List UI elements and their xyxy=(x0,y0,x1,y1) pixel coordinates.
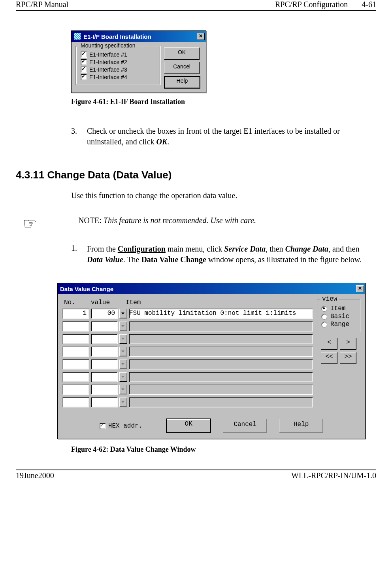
value-field[interactable] xyxy=(91,321,118,331)
no-field[interactable]: 1 xyxy=(62,309,89,319)
window-data-value-change: Data Value Change xyxy=(141,255,206,264)
nav-next-button[interactable]: > xyxy=(340,338,356,350)
menu-configuration: Configuration xyxy=(118,244,166,253)
no-field[interactable] xyxy=(62,334,89,344)
footer-right: WLL-RPC/RP-IN/UM-1.0 xyxy=(291,471,376,480)
radio-label: Basic xyxy=(330,313,349,320)
help-button[interactable]: Help xyxy=(164,76,200,89)
checkbox-row: E1-Interface #1 xyxy=(81,51,156,58)
value-field[interactable] xyxy=(91,372,118,382)
t: main menu, click xyxy=(166,244,224,253)
data-value-change-dialog: Data Value Change ✕ No. value Item 100FS… xyxy=(57,283,366,439)
note-body: This feature is not recommended. Use wit… xyxy=(104,216,256,225)
t: , and then xyxy=(328,244,359,253)
checkbox-label: E1-Interface #3 xyxy=(89,66,127,73)
dropdown-icon xyxy=(119,385,127,394)
checkbox-label: E1-Interface #2 xyxy=(89,59,127,65)
view-radio[interactable] xyxy=(321,314,327,320)
close-icon[interactable]: ✕ xyxy=(356,285,364,292)
dropdown-icon xyxy=(119,372,127,382)
radio-row: Item xyxy=(321,305,356,312)
t: , then xyxy=(266,244,285,253)
radio-label: Range xyxy=(330,321,349,328)
no-field[interactable] xyxy=(62,347,89,357)
cancel-button[interactable]: Cancel xyxy=(223,419,267,433)
header-right: RPC/RP Configuration 4-61 xyxy=(275,0,376,9)
note-label: NOTE: xyxy=(78,216,104,225)
table-row xyxy=(62,397,313,407)
no-field[interactable] xyxy=(62,384,89,395)
item-field xyxy=(129,384,313,395)
header-left: RPC/RP Manual xyxy=(16,0,68,9)
system-menu-icon[interactable] xyxy=(74,33,81,40)
nav-prev-button[interactable]: < xyxy=(321,338,337,350)
list-number: 3. xyxy=(71,126,79,147)
ok-button[interactable]: OK xyxy=(164,47,200,60)
nav-first-button[interactable]: << xyxy=(321,352,337,364)
value-field[interactable] xyxy=(91,334,118,344)
value-field[interactable] xyxy=(91,359,118,369)
figure-61-caption: Figure 4-61: E1-IF Board Installation xyxy=(71,98,376,106)
dropdown-icon xyxy=(119,347,127,356)
hex-addr-checkbox[interactable] xyxy=(100,423,106,429)
close-icon[interactable]: ✕ xyxy=(197,33,205,40)
no-field[interactable] xyxy=(62,321,89,331)
value-field[interactable]: 00 xyxy=(91,309,118,319)
e1-interface-checkbox[interactable] xyxy=(81,74,87,80)
value-field[interactable] xyxy=(91,384,118,395)
e1-interface-checkbox[interactable] xyxy=(81,66,87,73)
no-field[interactable] xyxy=(62,372,89,382)
figure-62-caption: Figure 4-62: Data Value Change Window xyxy=(71,445,376,454)
section-intro: Use this function to change the operatio… xyxy=(71,191,376,200)
item-field xyxy=(129,347,313,357)
radio-row: Basic xyxy=(321,313,356,320)
no-field[interactable] xyxy=(62,359,89,369)
note-text: NOTE: This feature is not recommended. U… xyxy=(78,216,256,225)
radio-label: Item xyxy=(330,305,345,312)
view-radio[interactable] xyxy=(321,322,327,328)
view-legend: view xyxy=(320,295,339,303)
dialog-title: Data Value Change xyxy=(60,286,113,292)
hex-addr-label: HEX addr. xyxy=(108,422,142,430)
section-4-3-11-title: 4.3.11 Change Data (Data Value) xyxy=(16,169,376,181)
col-header-item: Item xyxy=(126,299,313,306)
value-field[interactable] xyxy=(91,397,118,407)
header-page-num: 4-61 xyxy=(362,0,376,9)
item-field: FSU mobility limitation 0:not limit 1:li… xyxy=(129,309,313,319)
step3-ok: OK xyxy=(156,137,168,146)
view-group: view ItemBasicRange xyxy=(317,299,360,332)
ok-button[interactable]: OK xyxy=(166,418,211,433)
nav-last-button[interactable]: >> xyxy=(340,352,356,364)
mounting-spec-group: Mounting specification E1-Interface #1E1… xyxy=(75,46,161,85)
step3-text-a: Check or uncheck the boxes in front of t… xyxy=(87,127,340,146)
dialog-titlebar: E1-I/F Board Installation ✕ xyxy=(72,31,206,42)
footer-left: 19June2000 xyxy=(16,471,54,480)
col-header-value: value xyxy=(91,299,122,306)
t: window opens, as illustrated in the figu… xyxy=(206,255,362,264)
dropdown-icon xyxy=(119,398,127,407)
item-field xyxy=(129,397,313,407)
e1-interface-checkbox[interactable] xyxy=(81,59,87,65)
step-1: 1. From the Configuration main menu, cli… xyxy=(71,244,376,265)
item-field xyxy=(129,359,313,369)
table-row: 100FSU mobility limitation 0:not limit 1… xyxy=(62,309,313,319)
table-row xyxy=(62,359,313,369)
view-radio[interactable] xyxy=(321,306,327,312)
dropdown-icon[interactable] xyxy=(119,309,127,318)
step-3: 3. Check or uncheck the boxes in front o… xyxy=(71,126,376,147)
item-field xyxy=(129,321,313,331)
table-row xyxy=(62,384,313,395)
value-field[interactable] xyxy=(91,347,118,357)
t: . The xyxy=(123,255,141,264)
no-field[interactable] xyxy=(62,397,89,407)
help-button[interactable]: Help xyxy=(279,419,323,433)
header-section: RPC/RP Configuration xyxy=(275,0,348,9)
item-field xyxy=(129,334,313,344)
group-legend: Mounting specification xyxy=(79,42,137,49)
pointing-hand-icon: ☞ xyxy=(16,216,78,232)
list-number: 1. xyxy=(71,244,79,265)
menu-service-data: Service Data xyxy=(224,244,266,253)
cancel-button[interactable]: Cancel xyxy=(164,62,200,74)
e1-interface-checkbox[interactable] xyxy=(81,51,87,58)
t: From the xyxy=(87,244,118,253)
